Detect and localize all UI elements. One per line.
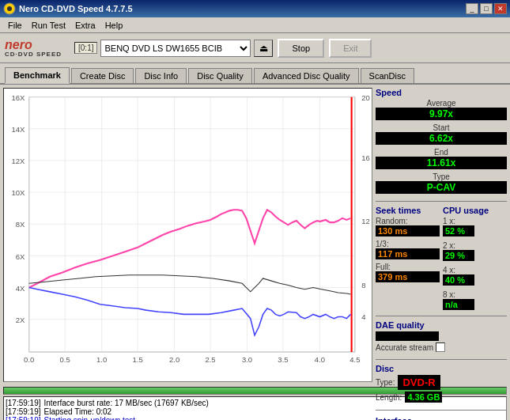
svg-text:2X: 2X bbox=[16, 316, 25, 324]
seek-header: Seek times bbox=[376, 206, 440, 215]
menu-help[interactable]: Help bbox=[100, 19, 128, 32]
speed-start-value: 6.62x bbox=[376, 132, 507, 145]
tabs: Benchmark Create Disc Disc Info Disc Qua… bbox=[0, 63, 510, 85]
tab-disc-info[interactable]: Disc Info bbox=[135, 68, 187, 83]
logo-cdspeed: CD·DVD SPEED bbox=[5, 51, 62, 58]
disc-header: Disc bbox=[376, 364, 507, 373]
cpu-8x: 8 x: n/a bbox=[443, 290, 474, 310]
svg-text:10X: 10X bbox=[12, 188, 26, 197]
logo: nero CD·DVD SPEED bbox=[5, 39, 62, 58]
close-button[interactable]: ✕ bbox=[494, 3, 507, 14]
seek-random-value: 130 ms bbox=[376, 225, 440, 236]
speed-header: Speed bbox=[376, 88, 507, 97]
speed-avg: Average 9.97x bbox=[376, 99, 507, 120]
seek-cpu-section: Seek times Random: 130 ms 1/3: 117 ms Fu… bbox=[376, 206, 507, 312]
cpu-4x: 4 x: 40 % bbox=[443, 266, 474, 286]
speed-start: Start 6.62x bbox=[376, 123, 507, 145]
svg-text:4.5: 4.5 bbox=[349, 355, 360, 364]
dae-bar bbox=[376, 331, 439, 341]
tab-scandisc[interactable]: ScanDisc bbox=[361, 68, 414, 83]
seek-onethird: 1/3: 117 ms bbox=[376, 240, 440, 259]
seek-full-value: 379 ms bbox=[376, 271, 440, 282]
svg-text:16: 16 bbox=[361, 153, 370, 162]
speed-stats: Average 9.97x bbox=[376, 99, 507, 120]
svg-text:8X: 8X bbox=[16, 220, 25, 229]
speed-type-value: P-CAV bbox=[376, 181, 507, 194]
cpu-section: CPU usage 1 x: 52 % 2 x: 29 % 4 x: 40 % bbox=[443, 206, 507, 312]
title-bar: Nero CD-DVD Speed 4.7.7.5 _ □ ✕ bbox=[0, 0, 510, 17]
speed-start-block: Start 6.62x bbox=[376, 123, 507, 145]
chart-area: 16X 14X 12X 10X 8X 6X 4X 2X 0.0 0.5 1.0 … bbox=[0, 85, 376, 385]
dae-header: DAE quality bbox=[376, 320, 507, 330]
svg-text:0.0: 0.0 bbox=[24, 355, 34, 364]
accurate-stream: Accurate stream bbox=[376, 342, 507, 352]
seek-full: Full: 379 ms bbox=[376, 263, 440, 282]
disc-length-value: 4.36 GB bbox=[405, 392, 442, 403]
stop-button[interactable]: Stop bbox=[278, 39, 324, 58]
maximize-button[interactable]: □ bbox=[480, 3, 493, 14]
menu-bar: File Run Test Extra Help bbox=[0, 17, 510, 33]
svg-text:20: 20 bbox=[361, 93, 370, 102]
cpu-8x-value: n/a bbox=[443, 299, 474, 310]
svg-text:1.0: 1.0 bbox=[96, 355, 107, 364]
exit-button[interactable]: Exit bbox=[329, 39, 372, 58]
seek-times-section: Seek times Random: 130 ms 1/3: 117 ms Fu… bbox=[376, 206, 440, 312]
drive-dropdown[interactable]: BENQ DVD LS DW1655 BCIB bbox=[100, 40, 251, 57]
interface-section: Interface Burst rate: 17 MB/s bbox=[376, 416, 507, 420]
disc-section: Disc Type: DVD-R Length: 4.36 GB bbox=[376, 364, 507, 403]
logo-nero: nero bbox=[5, 39, 62, 51]
seek-onethird-value: 117 ms bbox=[376, 248, 440, 259]
speed-type: Type P-CAV bbox=[376, 172, 507, 194]
eject-button[interactable]: ⏏ bbox=[254, 40, 273, 57]
menu-extra[interactable]: Extra bbox=[70, 19, 100, 32]
cpu-header: CPU usage bbox=[443, 206, 507, 215]
speed-avg-value: 9.97x bbox=[376, 108, 507, 120]
chart-svg: 16X 14X 12X 10X 8X 6X 4X 2X 0.0 0.5 1.0 … bbox=[4, 89, 372, 381]
speed-section: Speed Average 9.97x Start 6.62x End 11.6… bbox=[376, 88, 507, 197]
window-controls: _ □ ✕ bbox=[466, 3, 507, 14]
cpu-1x-value: 52 % bbox=[443, 225, 474, 236]
svg-text:4X: 4X bbox=[16, 284, 25, 293]
speed-type-block: Type P-CAV bbox=[376, 172, 507, 194]
svg-text:12X: 12X bbox=[12, 157, 26, 165]
svg-text:4: 4 bbox=[361, 312, 365, 321]
toolbar: nero CD·DVD SPEED [0:1] BENQ DVD LS DW16… bbox=[0, 33, 510, 63]
svg-text:12: 12 bbox=[361, 217, 370, 225]
svg-text:1.5: 1.5 bbox=[132, 355, 142, 364]
speed-end-value: 11.61x bbox=[376, 157, 507, 169]
cpu-2x-value: 29 % bbox=[443, 250, 474, 261]
cpu-2x: 2 x: 29 % bbox=[443, 241, 474, 261]
accurate-checkbox[interactable] bbox=[436, 342, 445, 352]
minimize-button[interactable]: _ bbox=[466, 3, 478, 14]
right-panel: Speed Average 9.97x Start 6.62x End 11.6… bbox=[376, 85, 510, 385]
app-icon bbox=[3, 2, 16, 15]
svg-text:6X: 6X bbox=[16, 252, 25, 261]
menu-run-test[interactable]: Run Test bbox=[27, 19, 70, 32]
drive-selector: [0:1] BENQ DVD LS DW1655 BCIB ⏏ bbox=[74, 40, 273, 57]
disc-length-row: Length: 4.36 GB bbox=[376, 392, 507, 403]
tab-create-disc[interactable]: Create Disc bbox=[71, 68, 134, 83]
main-content: 16X 14X 12X 10X 8X 6X 4X 2X 0.0 0.5 1.0 … bbox=[0, 85, 510, 385]
log-entry-1: [17:59:19] Elapsed Time: 0:02 bbox=[6, 407, 504, 416]
svg-text:8: 8 bbox=[361, 281, 365, 289]
chart-container: 16X 14X 12X 10X 8X 6X 4X 2X 0.0 0.5 1.0 … bbox=[3, 88, 372, 382]
seek-random: Random: 130 ms bbox=[376, 217, 440, 236]
svg-text:14X: 14X bbox=[12, 125, 26, 134]
title-text: Nero CD-DVD Speed 4.7.7.5 bbox=[3, 2, 133, 15]
disc-type-value: DVD-R bbox=[398, 375, 440, 390]
svg-text:3.0: 3.0 bbox=[242, 355, 252, 364]
cpu-1x: 1 x: 52 % bbox=[443, 217, 474, 236]
menu-file[interactable]: File bbox=[3, 19, 27, 32]
tab-disc-quality[interactable]: Disc Quality bbox=[188, 68, 252, 83]
svg-point-1 bbox=[7, 6, 12, 11]
dae-section: DAE quality Accurate stream bbox=[376, 320, 507, 352]
svg-text:0.5: 0.5 bbox=[60, 355, 70, 364]
tab-advanced-disc-quality[interactable]: Advanced Disc Quality bbox=[254, 68, 359, 83]
drive-label: [0:1] bbox=[74, 42, 97, 54]
svg-text:3.5: 3.5 bbox=[278, 355, 288, 364]
tab-benchmark[interactable]: Benchmark bbox=[5, 67, 70, 84]
cpu-items: 1 x: 52 % 2 x: 29 % 4 x: 40 % 8 x: n/a bbox=[443, 217, 507, 312]
svg-text:2.0: 2.0 bbox=[169, 355, 179, 364]
svg-text:4.0: 4.0 bbox=[315, 355, 325, 364]
interface-header: Interface bbox=[376, 416, 507, 420]
